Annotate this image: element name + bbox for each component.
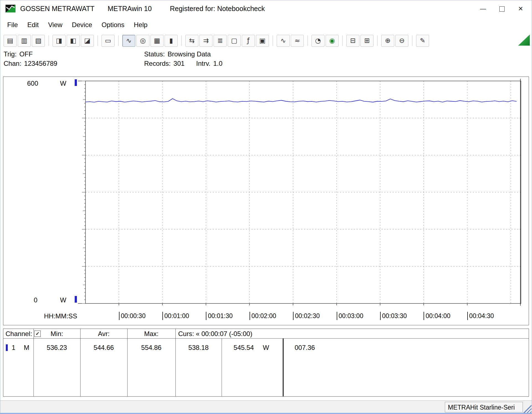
window-controls: — ✕ [474, 0, 530, 17]
y-min-label: 0 [34, 296, 37, 304]
envelope-curve-icon: ∿ [280, 37, 286, 44]
power-trace [85, 99, 517, 102]
toolbar-separator [118, 35, 119, 46]
channel-marker-bottom[interactable] [75, 296, 77, 303]
memory-read-button[interactable]: ▣ [256, 35, 269, 47]
device-config-button[interactable]: ⇉ [199, 35, 212, 47]
channel-list-button[interactable]: ≣ [214, 35, 227, 47]
multimeter-display-icon: ▭ [105, 37, 111, 44]
print-setup-icon: ⊞ [364, 37, 370, 44]
formula-button[interactable]: ƒ [242, 35, 255, 47]
records-label: Records: [144, 60, 171, 67]
channel-marker-top[interactable] [75, 79, 77, 86]
open-file-button[interactable]: ▧ [32, 35, 45, 47]
table-header-divider [3, 338, 529, 339]
graph-xy-button[interactable]: ◎ [136, 35, 149, 47]
export-data-button[interactable]: ◧ [67, 35, 80, 47]
print-setup-button[interactable]: ⊞ [360, 35, 373, 47]
menu-device[interactable]: Device [67, 19, 97, 30]
x-tick-00:04:30: 00:04:30 [467, 312, 494, 320]
toolbar: ▤▥▧◨◧◪▭∿◎▦▮⇆⇉≣▢ƒ▣∿≈◔◉⊟⊞⊕⊖✎ [4, 33, 429, 48]
device-config-icon: ⇉ [203, 37, 209, 44]
print-icon: ⊟ [350, 37, 355, 44]
menu-file[interactable]: File [2, 19, 23, 30]
x-tick-00:03:30: 00:03:30 [380, 312, 407, 320]
toolbar-separator [377, 35, 378, 46]
minimize-button[interactable]: — [474, 0, 492, 17]
toolbar-separator [307, 35, 308, 46]
brand-name: GOSSEN METRAWATT [20, 5, 95, 13]
live-record-button[interactable]: ◉ [326, 35, 339, 47]
yt-chart[interactable] [3, 77, 529, 325]
readings-table: Channel: ✓ Min: Avr: Max: Curs: « 00:00:… [3, 329, 529, 397]
cursor-delta-value: 007.36 [295, 344, 339, 352]
channel-mode: M [21, 344, 32, 352]
toolbar-corner-triangle-icon [518, 35, 530, 46]
statusbar: METRAHit Starline-Seri [0, 400, 532, 413]
comment-button[interactable]: ✎ [416, 35, 429, 47]
resize-grip[interactable] [523, 404, 531, 413]
export-memory-button[interactable]: ◪ [81, 35, 94, 47]
zoom-in-button[interactable]: ⊕ [381, 35, 394, 47]
channel-list-icon: ≣ [217, 37, 223, 44]
close-button[interactable]: ✕ [511, 0, 530, 17]
memory-read-icon: ▣ [259, 37, 266, 44]
menu-options[interactable]: Options [97, 19, 129, 30]
open-file-icon: ▧ [35, 37, 41, 44]
maximize-icon [499, 6, 505, 12]
y-max-label: 600 [27, 80, 38, 87]
device-status-box: METRAHit Starline-Seri [445, 402, 523, 412]
zoom-out-button[interactable]: ⊖ [395, 35, 408, 47]
status-label: Status: [144, 50, 165, 58]
envelope-curve-button[interactable]: ∿ [277, 35, 290, 47]
toolbar-separator [342, 35, 343, 46]
transfer-button[interactable]: ⇆ [185, 35, 198, 47]
cursor2-value: 545.54 [222, 344, 266, 352]
table-divider [33, 329, 34, 396]
menu-help[interactable]: Help [129, 19, 152, 30]
table-divider [175, 329, 176, 396]
menubar: FileEditViewDeviceOptionsHelp [0, 17, 532, 32]
print-button[interactable]: ⊟ [346, 35, 359, 47]
export-display-button[interactable]: ◨ [53, 35, 66, 47]
toolbar-separator [412, 35, 412, 46]
x-tick-00:01:00: 00:01:00 [162, 312, 189, 320]
monitor-icon: ▢ [231, 37, 237, 44]
min-column-header: Min: [33, 330, 80, 338]
toolbar-separator [273, 35, 273, 46]
export-data-icon: ◧ [70, 37, 76, 44]
cursor2-unit: W [263, 344, 279, 352]
formula-icon: ƒ [247, 37, 249, 44]
maximize-button[interactable] [492, 0, 511, 17]
smoothing-button[interactable]: ≈ [291, 35, 304, 47]
avr-column-header: Avr: [80, 330, 127, 338]
zoom-out-icon: ⊖ [399, 37, 404, 44]
bar-graph-button[interactable]: ▮ [165, 35, 178, 47]
clock-button[interactable]: ◔ [312, 35, 325, 47]
graph-yt-button[interactable]: ∿ [122, 35, 135, 47]
close-icon: ✕ [518, 5, 523, 12]
live-record-icon: ◉ [329, 37, 335, 44]
table-divider [127, 329, 128, 396]
channel-column-header: Channel: [6, 330, 32, 338]
menu-edit[interactable]: Edit [23, 19, 43, 30]
save-data-button[interactable]: ▥ [18, 35, 31, 47]
chart-panel[interactable]: 600 W 0 W HH:MM:SS 00:00:3000:01:0000:01… [3, 77, 529, 325]
menu-view[interactable]: View [43, 19, 67, 30]
minimize-icon: — [480, 5, 486, 12]
cursor-column-header: Curs: « 00:00:07 (-05:00) [178, 330, 252, 338]
toolbar-separator [48, 35, 49, 46]
multimeter-display-button[interactable]: ▭ [102, 35, 115, 47]
data-table-button[interactable]: ▦ [150, 35, 164, 47]
interval-label: Intrv. [196, 60, 211, 67]
save-button[interactable]: ▤ [4, 35, 17, 47]
monitor-button[interactable]: ▢ [228, 35, 241, 47]
y-max-unit: W [60, 80, 66, 87]
x-tick-00:02:00: 00:02:00 [250, 312, 276, 320]
app-logo-icon [5, 4, 16, 13]
table-divider [80, 329, 81, 396]
max-column-header: Max: [127, 330, 175, 338]
graph-xy-icon: ◎ [140, 37, 146, 44]
trig-value: OFF [19, 50, 33, 58]
cursor1-value: 538.18 [175, 344, 222, 352]
